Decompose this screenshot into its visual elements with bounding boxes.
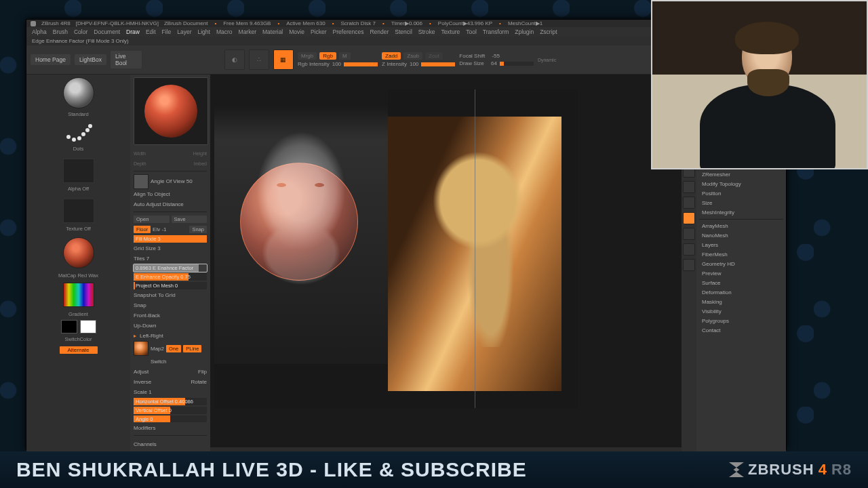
canvas[interactable] [210, 75, 682, 453]
menu-preferences[interactable]: Preferences [333, 28, 364, 35]
m-toggle[interactable]: M [339, 52, 351, 60]
edge-enhance-factor-slider[interactable]: 0.8963 E Enahnce Factor [134, 264, 207, 272]
draw-size-slider[interactable] [500, 62, 534, 66]
horizontal-offset-slider[interactable]: Horizontal Offset 0.40086 [134, 398, 207, 405]
texture-thumbnail[interactable] [63, 199, 94, 223]
deformation-section[interactable]: Deformation [699, 288, 783, 297]
menu-file[interactable]: File [162, 28, 172, 35]
visibility-section[interactable]: Visibility [699, 307, 783, 316]
tab-home[interactable]: Home Page [31, 54, 71, 65]
frame-icon[interactable] [683, 197, 695, 209]
vertical-offset-slider[interactable]: Vertical Offset 0 [134, 407, 207, 414]
edge-enhance-opacity-slider[interactable]: E Enhance Opacity 0.75 [134, 273, 207, 281]
dynamic-toggle[interactable]: Dynamic [538, 58, 556, 62]
rotate-button[interactable]: Rotate [191, 379, 207, 385]
polygroups-section[interactable]: Polygroups [699, 317, 783, 325]
fill-mode-slider[interactable]: Fill Mode 3 [134, 235, 207, 243]
inverse-button[interactable]: Inverse [134, 379, 189, 385]
project-on-mesh-slider[interactable]: Project On Mesh 0 [134, 282, 207, 289]
adjust-button[interactable]: Adjust [134, 369, 196, 375]
menu-brush[interactable]: Brush [53, 28, 68, 35]
geometryhd-section[interactable]: Geometry HD [699, 260, 783, 268]
transp-icon[interactable] [683, 228, 695, 240]
rgb-toggle[interactable]: Rgb [319, 52, 336, 60]
polyframe-icon[interactable] [683, 212, 695, 224]
nanomesh-section[interactable]: NanoMesh [699, 231, 783, 240]
solo-icon[interactable] [683, 259, 695, 271]
menu-zplugin[interactable]: Zplugin [515, 28, 534, 35]
tab-lightbox[interactable]: LightBox [75, 54, 106, 65]
switchcolor-button[interactable]: SwitchColor [29, 336, 127, 342]
viewport[interactable] [214, 89, 578, 408]
zremesher-section[interactable]: ZRemesher [699, 170, 783, 179]
menu-color[interactable]: Color [74, 28, 87, 35]
menu-texture[interactable]: Texture [441, 28, 460, 35]
surface-section[interactable]: Surface [699, 279, 783, 287]
menu-picker[interactable]: Picker [311, 28, 327, 35]
menu-macro[interactable]: Macro [216, 28, 233, 35]
color-secondary[interactable] [80, 320, 96, 333]
menu-tool[interactable]: Tool [466, 28, 477, 35]
menu-transform[interactable]: Transform [483, 28, 509, 35]
menu-stroke[interactable]: Stroke [418, 28, 435, 35]
preview-section[interactable]: Preview [699, 269, 783, 278]
alpha-thumbnail[interactable] [63, 159, 94, 183]
preview-sphere[interactable] [134, 77, 208, 145]
menu-stencil[interactable]: Stencil [395, 28, 412, 35]
menu-render[interactable]: Render [370, 28, 389, 35]
save-button[interactable]: Save [172, 216, 208, 223]
front-back[interactable]: Front-Back [134, 312, 207, 319]
menu-document[interactable]: Document [94, 28, 120, 35]
zadd-toggle[interactable]: Zadd [382, 52, 401, 60]
channels-section[interactable]: Channels [134, 439, 207, 450]
auto-adjust-distance[interactable]: Auto Adjust Distance [134, 201, 207, 207]
fibermesh-section[interactable]: FiberMesh [699, 250, 783, 259]
switch-button[interactable]: Switch [151, 359, 207, 365]
menu-movie[interactable]: Movie [289, 28, 304, 35]
zsub-toggle[interactable]: Zsub [403, 52, 422, 60]
layers-section[interactable]: Layers [699, 241, 783, 249]
menu-alpha[interactable]: Alpha [32, 28, 47, 35]
menu-zscript[interactable]: Zscript [540, 28, 557, 35]
mrgb-toggle[interactable]: Mrgb [298, 52, 317, 60]
menu-material[interactable]: Material [262, 28, 283, 35]
ghost-icon[interactable] [683, 243, 695, 256]
pline-button[interactable]: PLine [183, 345, 201, 352]
floor-button[interactable]: Floor [134, 226, 151, 233]
zcut-toggle[interactable]: Zcut [425, 52, 443, 60]
modify-topology-section[interactable]: Modify Topology [699, 180, 783, 188]
rgb-intensity-slider[interactable] [344, 62, 378, 66]
gizmo-3d-icon[interactable]: ◐ [224, 49, 245, 70]
color-main[interactable] [61, 320, 77, 333]
snap-toggle[interactable]: Snap [134, 302, 207, 308]
menu-layer[interactable]: Layer [177, 28, 191, 35]
menu-draw[interactable]: Draw [126, 28, 140, 35]
stroke-thumbnail[interactable] [64, 123, 94, 143]
edit-mode-icon[interactable]: ▦ [273, 49, 294, 70]
up-down[interactable]: Up-Down [134, 323, 207, 329]
open-button[interactable]: Open [134, 216, 170, 223]
meshintegrity-section[interactable]: MeshIntegrity [699, 208, 783, 217]
flip-button[interactable]: Flip [198, 369, 207, 375]
map-thumbnail[interactable] [134, 341, 149, 356]
alternate-button[interactable]: Alternate [60, 346, 98, 354]
modifiers-section[interactable]: Modifiers [134, 425, 207, 431]
material-thumbnail[interactable] [63, 237, 94, 268]
snapshot-to-grid[interactable]: Snapshot To Grid [134, 292, 207, 298]
menu-edit[interactable]: Edit [146, 28, 156, 35]
brush-thumbnail[interactable] [63, 77, 94, 108]
position-section[interactable]: Position [699, 189, 783, 198]
one-button[interactable]: One [166, 345, 181, 352]
color-picker[interactable] [63, 283, 94, 307]
snap-button[interactable]: Snap [189, 226, 207, 233]
z-intensity-slider[interactable] [421, 62, 455, 66]
sculptris-icon[interactable]: ∴ [249, 49, 269, 70]
size-section[interactable]: Size [699, 199, 783, 207]
tab-liveboolean[interactable]: Live Bool [111, 51, 142, 68]
angle-slider[interactable]: Angle 0 [134, 415, 207, 423]
menu-marker[interactable]: Marker [239, 28, 256, 35]
arraymesh-section[interactable]: ArrayMesh [699, 222, 783, 230]
contact-section[interactable]: Contact [699, 326, 783, 335]
left-right[interactable]: Left-Right [140, 333, 207, 339]
align-to-object[interactable]: Align To Object [134, 191, 207, 197]
